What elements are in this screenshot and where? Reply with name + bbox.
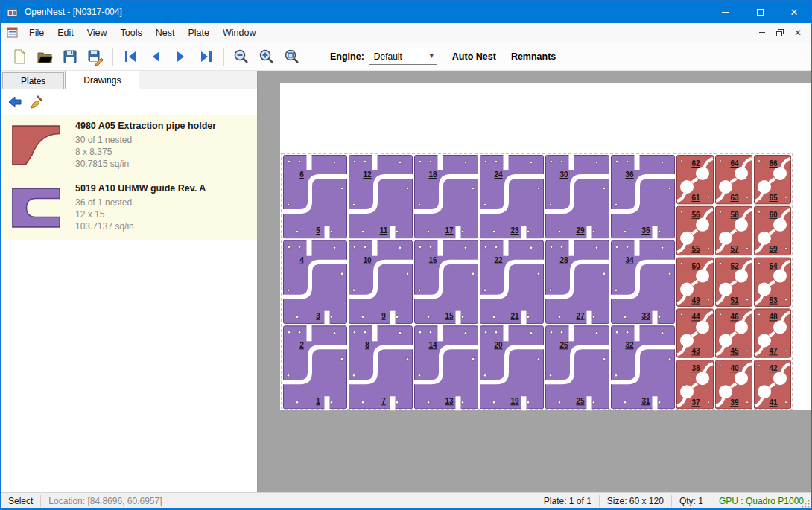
drill-hole: [483, 289, 486, 292]
nested-part-pair[interactable]: 2423: [479, 154, 545, 240]
remnants-button[interactable]: Remnants: [504, 46, 563, 67]
first-plate-button[interactable]: [118, 45, 143, 68]
nested-part-pair[interactable]: 2221: [479, 240, 545, 325]
menu-item-plate[interactable]: Plate: [181, 25, 216, 41]
tab-plates[interactable]: Plates: [2, 72, 64, 89]
auto-nest-button[interactable]: Auto Nest: [445, 46, 504, 67]
nest-view[interactable]: 6512111817242330293635431091615222128273…: [258, 71, 812, 492]
part-number: 25: [576, 397, 585, 405]
nested-part-pair[interactable]: 2625: [545, 325, 610, 410]
part-number: 38: [691, 364, 700, 372]
nested-part-pair[interactable]: 1817: [413, 154, 479, 240]
nested-part-pair[interactable]: 4443: [677, 309, 714, 357]
nested-part-pair[interactable]: 3635: [610, 154, 676, 240]
menu-item-tools[interactable]: Tools: [114, 25, 149, 41]
drill-hole: [530, 246, 533, 249]
close-button[interactable]: ✕: [777, 1, 811, 23]
clear-broom-button[interactable]: [25, 92, 46, 112]
drawing-item[interactable]: 5019 A10 UHMW guide Rev. A36 of 1 nested…: [1, 177, 257, 240]
nested-part-pair[interactable]: 5655: [677, 206, 714, 255]
drill-hole: [558, 401, 561, 404]
mdi-close-button[interactable]: ✕: [789, 25, 807, 40]
minimize-button[interactable]: [708, 1, 743, 23]
drill-hole: [785, 197, 787, 199]
part-number: 45: [730, 347, 739, 355]
drill-hole: [399, 246, 402, 249]
nested-part-pair[interactable]: 4039: [716, 360, 752, 409]
nested-part-pair[interactable]: 21: [282, 325, 348, 410]
nested-part-pair[interactable]: 4847: [755, 309, 791, 357]
save-as-button[interactable]: [83, 45, 108, 68]
nested-part-pair[interactable]: 4645: [716, 309, 752, 357]
save-button[interactable]: [57, 45, 83, 68]
nested-part-pair[interactable]: 5453: [755, 258, 791, 306]
drill-hole: [361, 230, 364, 233]
nested-part-pair[interactable]: 3837: [677, 360, 714, 409]
nested-part-pair[interactable]: 6059: [755, 206, 791, 255]
zoom-out-button[interactable]: [229, 45, 254, 68]
drill-hole: [461, 401, 464, 404]
drill-hole: [746, 401, 749, 404]
nested-part-pair[interactable]: 109: [348, 240, 413, 325]
nest-plate[interactable]: 6512111817242330293635431091615222128273…: [280, 83, 811, 412]
nested-part-pair[interactable]: 1413: [413, 325, 479, 410]
drill-hole: [615, 246, 618, 249]
zoom-in-button[interactable]: [254, 45, 279, 68]
app-icon: [7, 6, 19, 18]
nested-part-pair[interactable]: 1211: [348, 154, 413, 240]
nested-part-pair[interactable]: 43: [282, 240, 348, 325]
part-number: 27: [576, 312, 585, 320]
nested-part-pair[interactable]: 65: [282, 154, 348, 240]
zoom-fit-button[interactable]: [279, 45, 305, 68]
engine-select[interactable]: Default ▾: [369, 48, 437, 65]
nested-part-pair[interactable]: 87: [348, 325, 413, 410]
drill-hole: [296, 230, 299, 233]
part-thumbnail: [10, 186, 63, 229]
menu-item-view[interactable]: View: [80, 25, 114, 41]
nested-part-pair[interactable]: 2019: [479, 325, 545, 410]
nested-part-pair[interactable]: 5049: [677, 258, 714, 306]
last-plate-button[interactable]: [194, 45, 219, 68]
nested-part-pair[interactable]: 4241: [755, 360, 791, 409]
drill-hole: [708, 197, 710, 199]
nested-part-pair[interactable]: 2827: [545, 240, 610, 325]
tab-drawings[interactable]: Drawings: [65, 71, 139, 89]
nested-part-pair[interactable]: 6463: [716, 156, 752, 204]
nested-part-pair[interactable]: 6261: [677, 156, 714, 204]
previous-plate-button[interactable]: [143, 45, 168, 68]
menu-item-nest[interactable]: Nest: [149, 25, 182, 41]
mdi-minimize-button[interactable]: [753, 25, 771, 40]
status-mode: Select: [1, 496, 40, 507]
menu-item-window[interactable]: Window: [216, 25, 262, 41]
sidebar-tabs: Plates Drawings: [1, 71, 257, 89]
return-part-button[interactable]: [4, 92, 25, 112]
drill-hole: [288, 160, 291, 163]
nested-part-pair[interactable]: 1615: [413, 240, 479, 325]
part-number: 58: [730, 211, 739, 219]
nested-part-pair[interactable]: 5857: [716, 206, 752, 255]
drawing-item[interactable]: 4980 A05 Extraction pipe holder30 of 1 n…: [1, 115, 257, 177]
menu-item-edit[interactable]: Edit: [51, 25, 80, 41]
nested-part-pair[interactable]: 3029: [545, 154, 610, 240]
new-button[interactable]: [7, 45, 32, 68]
nested-part-pair[interactable]: 5251: [716, 258, 752, 306]
next-plate-button[interactable]: [168, 45, 194, 68]
drill-hole: [558, 230, 561, 233]
menu-items: FileEditViewToolsNestPlateWindow: [22, 25, 262, 41]
open-button[interactable]: [32, 45, 57, 68]
nested-part-pair[interactable]: 3231: [610, 325, 676, 410]
part-number: 32: [625, 341, 634, 349]
maximize-button[interactable]: [743, 1, 777, 23]
menu-item-file[interactable]: File: [22, 25, 51, 41]
nested-part-pair[interactable]: 6665: [755, 156, 791, 204]
part-number: 2: [299, 341, 304, 349]
part-number: 15: [445, 312, 454, 320]
drill-hole: [720, 211, 722, 213]
mdi-restore-button[interactable]: [771, 25, 789, 40]
window-border-bottom: [1, 508, 811, 509]
drill-hole: [427, 401, 430, 404]
drill-hole: [396, 401, 399, 404]
nested-part-pair[interactable]: 3433: [610, 240, 676, 325]
part-number: 40: [730, 364, 739, 372]
drill-hole: [681, 313, 683, 316]
